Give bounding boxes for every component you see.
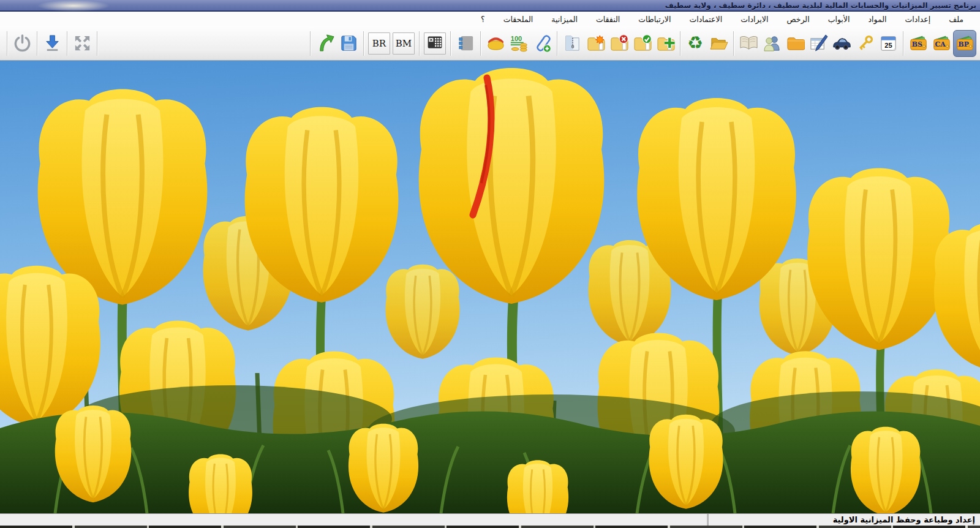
toolbar-separator [733,31,734,56]
attach-button[interactable] [530,30,554,57]
menu-commitments[interactable]: الارتباطات [629,13,680,25]
power-button[interactable] [10,30,34,57]
wallet-bp-button[interactable]: BP [953,30,976,57]
svg-text:100: 100 [510,35,521,42]
folder-add-icon [656,34,675,53]
toolbar-separator [363,31,364,56]
upload-button[interactable] [314,30,337,57]
status-empty-panel [0,514,707,526]
menu-expenses[interactable]: النفقات [587,13,629,25]
wallet-bp-icon: BP [956,34,974,53]
form-edit-button[interactable] [807,30,830,57]
menu-attachments[interactable]: الملحقات [494,13,543,25]
open-folder-button[interactable] [707,30,730,57]
toolbar-separator [557,31,557,56]
menu-settings[interactable]: إعدادات [895,13,940,25]
menu-chapters[interactable]: الأبواب [819,13,859,25]
tulip-field-illustration [0,61,980,513]
notebook-button[interactable] [454,30,477,57]
fullscreen-button[interactable] [70,30,94,57]
notebook-binder-icon [456,34,475,53]
folder-new-icon [586,34,605,53]
open-folder-icon [709,34,728,53]
toolbar-separator [67,31,67,56]
key-icon [856,34,875,53]
download-button[interactable] [40,30,64,57]
tulip-wallpaper [0,61,980,513]
calendar-icon: 25 [879,34,898,53]
calculator-button[interactable] [424,32,446,55]
toolbar: BR BM 100 [0,26,980,61]
delete-folder-button[interactable] [607,30,630,57]
folder-delete-icon [609,34,628,53]
recycle-button[interactable]: ♻ [684,30,707,57]
svg-text:25: 25 [884,42,892,49]
window-title: برنامج تسيير الميزانيات والحسابات المالي… [665,0,976,11]
paperclip-plus-icon [533,34,552,53]
toolbar-separator [903,31,903,56]
wallet-ca-button[interactable]: CA [930,30,953,57]
menu-help[interactable]: ؟ [472,13,494,25]
validate-folder-button[interactable] [630,30,654,57]
toolbar-separator [480,31,481,56]
calculator-safe-icon [426,34,443,53]
key-button[interactable] [853,30,876,57]
toolbar-separator [680,31,680,56]
add-folder-button[interactable] [654,30,677,57]
menu-licenses[interactable]: الرخص [777,13,818,25]
br-button[interactable]: BR [368,32,390,55]
download-arrow-icon [43,34,62,53]
green-up-arrow-icon [316,34,335,53]
status-text: إعداد وطباعة وحفظ الميزانية الاولية [707,514,980,526]
book-button[interactable] [737,30,760,57]
save-floppy-icon [339,34,358,53]
bm-button[interactable]: BM [393,32,415,55]
svg-text:CA: CA [935,40,946,48]
coin-purse-icon [486,34,505,53]
svg-text:BS: BS [911,40,922,48]
toolbar-separator [450,31,451,56]
users-icon [763,34,782,53]
form-pen-icon [809,34,828,53]
wallet-bs-button[interactable]: BS [907,30,930,57]
menu-revenues[interactable]: الايرادات [731,13,777,25]
recycle-icon: ♻ [687,34,703,52]
users-button[interactable] [760,30,783,57]
car-icon [832,34,851,53]
taskbar-strip [0,526,980,528]
toolbar-separator [7,31,7,56]
title-bar[interactable]: برنامج تسيير الميزانيات والحسابات المالي… [0,0,980,12]
menu-credits[interactable]: الاعتمادات [680,13,731,25]
folder-check-icon [633,34,652,53]
zip-folder-button[interactable] [560,30,584,57]
calendar-button[interactable]: 25 [876,30,900,57]
cash-100-icon: 100 [510,34,529,53]
new-folder-button[interactable] [584,30,607,57]
svg-text:BP: BP [958,40,968,48]
wallet-ca-icon: CA [932,34,951,53]
toolbar-separator [310,31,311,56]
car-button[interactable] [830,30,853,57]
status-bar: إعداد وطباعة وحفظ الميزانية الاولية [0,513,980,526]
wallet-bs-icon: BS [909,34,928,53]
zip-folder-icon [563,34,582,53]
open-book-icon [739,34,758,53]
menu-materials[interactable]: المواد [859,13,895,25]
toolbar-separator [97,31,97,56]
toolbar-separator [37,31,37,56]
power-icon [13,34,32,53]
menu-budget[interactable]: الميزانية [542,13,587,25]
toolbar-separator [419,31,420,56]
folder-button[interactable] [783,30,807,57]
save-button[interactable] [337,30,360,57]
menu-file[interactable]: ملف [940,13,973,25]
toolbar-right-group: BR BM 100 [307,30,976,57]
expand-arrows-icon [73,34,92,53]
purse-button[interactable] [484,30,507,57]
folder-icon [786,34,805,53]
menu-bar: ملف إعدادات المواد الأبواب الرخص الايراد… [0,12,980,26]
cash-button[interactable]: 100 [507,30,530,57]
